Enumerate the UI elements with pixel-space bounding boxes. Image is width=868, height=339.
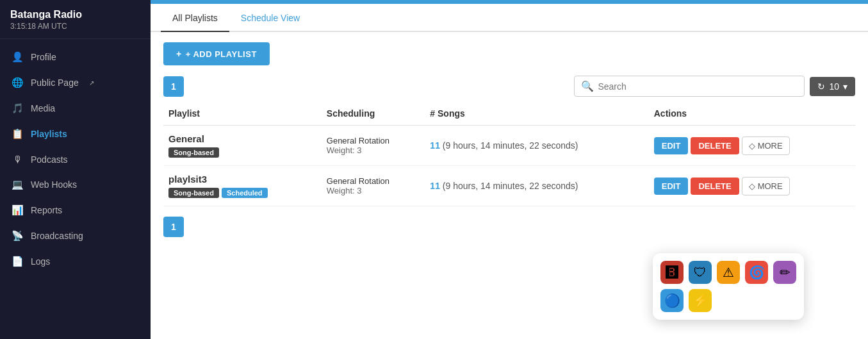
search-input[interactable]: [598, 81, 798, 92]
overlay-icon-2[interactable]: 🛡: [689, 261, 712, 284]
table-row: GeneralSong-basedGeneral RotationWeight:…: [163, 126, 855, 166]
chevron-down-icon: ▾: [843, 81, 848, 92]
sidebar-item-public-page[interactable]: 🌐 Public Page ↗: [0, 70, 151, 95]
overlay-icon-3[interactable]: ⚠: [717, 261, 740, 284]
sidebar-item-label: Playlists: [31, 129, 67, 139]
refresh-button[interactable]: ↻ 10 ▾: [810, 77, 855, 96]
bottom-page-badge: 1: [163, 217, 184, 237]
edit-button[interactable]: EDIT: [654, 137, 689, 154]
screenshot-overlay: 🅱 🛡 ⚠ 🌀 ✏ 🔵 ⚡: [653, 253, 804, 320]
sidebar-item-webhooks[interactable]: 💻 Web Hooks: [0, 172, 151, 197]
playlists-icon: 📋: [12, 128, 23, 140]
profile-icon: 👤: [12, 51, 23, 63]
edit-station-icon[interactable]: ✎: [132, 0, 140, 3]
sidebar-item-podcasts[interactable]: 🎙 Podcasts: [0, 147, 151, 172]
podcasts-icon: 🎙: [12, 154, 23, 165]
sidebar-item-label: Reports: [31, 205, 62, 215]
delete-button[interactable]: DELETE: [691, 178, 739, 195]
overlay-icon-6[interactable]: 🔵: [660, 289, 684, 312]
logs-icon: 📄: [12, 256, 23, 267]
col-actions: Actions: [649, 102, 855, 126]
sidebar-item-label: Logs: [31, 256, 50, 267]
playlist-badge: Song-based: [168, 147, 219, 158]
sidebar-item-label: Broadcasting: [31, 231, 83, 241]
sidebar-item-label: Podcasts: [31, 154, 68, 165]
media-icon: 🎵: [12, 103, 23, 114]
toolbar-row: 1 🔍 ↻ 10 ▾: [163, 76, 855, 97]
search-container: 🔍 ↻ 10 ▾: [574, 76, 855, 97]
search-box: 🔍: [574, 76, 805, 97]
col-songs: # Songs: [425, 102, 648, 126]
sidebar-item-broadcasting[interactable]: 📡 Broadcasting: [0, 223, 151, 249]
scheduling-cell: General RotationWeight: 3: [322, 166, 425, 206]
edit-button[interactable]: EDIT: [654, 178, 689, 195]
col-scheduling: Scheduling: [322, 102, 425, 126]
table-row: playlsit3Song-basedScheduledGeneral Rota…: [163, 166, 855, 206]
songs-duration: (9 hours, 14 minutes, 22 seconds): [443, 181, 578, 191]
add-playlist-button[interactable]: + + ADD PLAYLIST: [163, 42, 270, 65]
public-page-icon: 🌐: [12, 77, 23, 88]
songs-cell: 11 (9 hours, 14 minutes, 22 seconds): [425, 166, 648, 206]
sidebar-header: Batanga Radio 3:15:18 AM UTC ✎: [0, 0, 151, 39]
overlay-icon-4[interactable]: 🌀: [745, 261, 768, 284]
sidebar-item-profile[interactable]: 👤 Profile: [0, 44, 151, 70]
sidebar-item-reports[interactable]: 📊 Reports: [0, 197, 151, 223]
station-time: 3:15:18 AM UTC: [10, 22, 82, 31]
playlist-cell: playlsit3Song-basedScheduled: [163, 166, 322, 206]
scheduling-cell: General RotationWeight: 3: [322, 126, 425, 166]
col-playlist: Playlist: [163, 102, 322, 126]
action-buttons: EDITDELETE◇ MORE: [654, 177, 850, 195]
broadcasting-icon: 📡: [12, 230, 23, 242]
table-body: GeneralSong-basedGeneral RotationWeight:…: [163, 126, 855, 206]
tab-all-playlists[interactable]: All Playlists: [161, 4, 229, 32]
songs-cell: 11 (9 hours, 14 minutes, 22 seconds): [425, 126, 648, 166]
playlist-name: General: [168, 133, 316, 144]
playlist-badge: Scheduled: [222, 188, 268, 198]
weight-text: Weight: 3: [327, 145, 420, 155]
reports-icon: 📊: [12, 204, 23, 216]
playlist-cell: GeneralSong-based: [163, 126, 322, 166]
playlist-badge: Song-based: [168, 188, 219, 198]
sidebar-item-label: Public Page: [31, 78, 79, 88]
songs-count: 11: [430, 140, 442, 151]
overlay-icon-1[interactable]: 🅱: [660, 261, 684, 284]
sidebar-nav: 👤 Profile 🌐 Public Page ↗ 🎵 Media 📋 Play…: [0, 39, 151, 339]
scheduling-text: General Rotation: [327, 176, 420, 186]
weight-text: Weight: 3: [327, 186, 420, 195]
tab-schedule-view[interactable]: Schedule View: [229, 4, 311, 32]
sidebar: Batanga Radio 3:15:18 AM UTC ✎ 👤 Profile…: [0, 0, 151, 339]
page-number-badge: 1: [163, 76, 184, 97]
sidebar-item-label: Profile: [31, 52, 56, 62]
tabs-row: All Playlists Schedule View: [151, 4, 868, 32]
songs-duration: (9 hours, 14 minutes, 22 seconds): [443, 140, 578, 151]
add-icon: +: [176, 49, 182, 59]
station-name: Batanga Radio: [10, 9, 82, 21]
more-button[interactable]: ◇ MORE: [742, 177, 790, 195]
scheduling-text: General Rotation: [327, 136, 420, 145]
refresh-icon: ↻: [817, 81, 825, 92]
diamond-icon: ◇: [749, 141, 755, 151]
sidebar-item-logs[interactable]: 📄 Logs: [0, 249, 151, 274]
table-header: Playlist Scheduling # Songs Actions: [163, 102, 855, 126]
delete-button[interactable]: DELETE: [691, 137, 739, 154]
overlay-icon-5[interactable]: ✏: [773, 261, 796, 284]
bottom-row: 1: [163, 217, 855, 237]
external-link-icon: ↗: [89, 79, 94, 87]
sidebar-item-label: Media: [31, 103, 55, 113]
overlay-icon-7[interactable]: ⚡: [689, 289, 712, 312]
action-buttons: EDITDELETE◇ MORE: [654, 136, 850, 155]
actions-cell: EDITDELETE◇ MORE: [649, 166, 855, 206]
playlists-table: Playlist Scheduling # Songs Actions Gene…: [163, 102, 855, 206]
diamond-icon: ◇: [749, 181, 755, 191]
sidebar-item-playlists[interactable]: 📋 Playlists: [0, 121, 151, 147]
sidebar-item-label: Web Hooks: [31, 179, 77, 190]
sidebar-item-media[interactable]: 🎵 Media: [0, 95, 151, 121]
webhooks-icon: 💻: [12, 179, 23, 190]
more-button[interactable]: ◇ MORE: [742, 136, 790, 155]
songs-count: 11: [430, 181, 442, 191]
actions-cell: EDITDELETE◇ MORE: [649, 126, 855, 166]
playlist-name: playlsit3: [168, 174, 316, 185]
search-icon: 🔍: [581, 80, 594, 92]
